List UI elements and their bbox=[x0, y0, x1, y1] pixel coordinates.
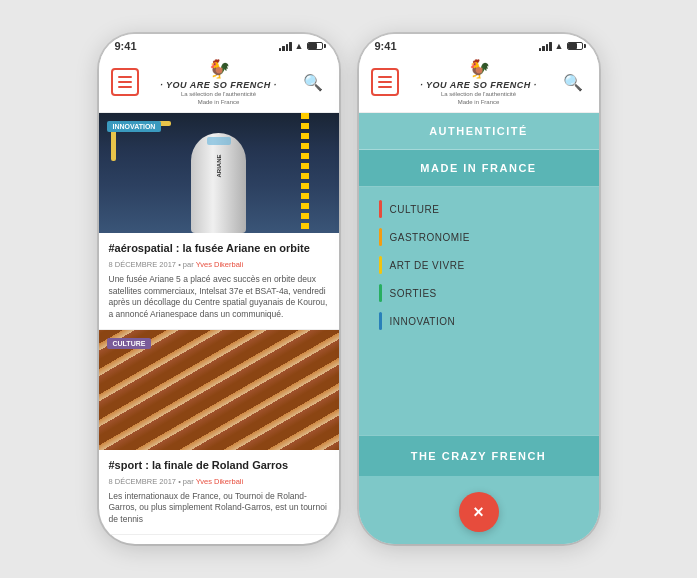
menu-item-sorties[interactable]: SORTIES bbox=[359, 279, 599, 307]
menu-item-art-de-vivre[interactable]: ART DE VIVRE bbox=[359, 251, 599, 279]
logo-subtext2-right: Made in France bbox=[458, 99, 500, 107]
dot-sorties bbox=[379, 284, 382, 302]
signal-icon-right bbox=[539, 42, 552, 51]
wifi-icon-left: ▲ bbox=[295, 41, 304, 51]
gastronomie-label: GASTRONOMIE bbox=[390, 232, 471, 243]
menu-line-2 bbox=[118, 81, 132, 83]
article-date-1: 8 DÉCEMBRE 2017 bbox=[109, 477, 177, 486]
logo-right: 🐓 · YOU ARE SO FRENCH · La sélection de … bbox=[399, 58, 559, 106]
phone-left: 9:41 ▲ 🐓 bbox=[99, 34, 339, 544]
search-icon-left: 🔍 bbox=[303, 73, 323, 92]
battery-fill-left bbox=[308, 43, 318, 49]
article-by-1: • par bbox=[178, 477, 196, 486]
phone-right: 9:41 ▲ 🐓 bbox=[359, 34, 599, 544]
menu-items-list: CULTURE GASTRONOMIE ART DE VIVRE SORTIES… bbox=[359, 187, 599, 339]
article-meta-1: 8 DÉCEMBRE 2017 • par Yves Dikerbali bbox=[109, 477, 329, 486]
close-icon: × bbox=[473, 503, 484, 521]
menu-line-1 bbox=[118, 76, 132, 78]
signal-icon-left bbox=[279, 42, 292, 51]
menu-section-made-in-france[interactable]: MADE IN FRANCE bbox=[359, 150, 599, 187]
menu-line-r1 bbox=[378, 76, 392, 78]
menu-line-r2 bbox=[378, 81, 392, 83]
article-body-1: #sport : la finale de Roland Garros 8 DÉ… bbox=[99, 450, 339, 534]
article-author-1: Yves Dikerbali bbox=[196, 477, 244, 486]
logo-text-left: · YOU ARE SO FRENCH · bbox=[160, 80, 277, 91]
dot-art-de-vivre bbox=[379, 256, 382, 274]
logo-subtext-left: La sélection de l'authenticité bbox=[181, 91, 256, 99]
wifi-icon-right: ▲ bbox=[555, 41, 564, 51]
sig-bar-r3 bbox=[546, 44, 549, 51]
article-date-0: 8 DÉCEMBRE 2017 bbox=[109, 260, 177, 269]
menu-button-right[interactable] bbox=[371, 68, 399, 96]
status-bar-right: 9:41 ▲ bbox=[359, 34, 599, 54]
screen-container: 9:41 ▲ 🐓 bbox=[0, 0, 697, 578]
crazy-french-label: THE CRAZY FRENCH bbox=[411, 450, 547, 462]
menu-section-crazy-french[interactable]: THE CRAZY FRENCH bbox=[359, 435, 599, 476]
sig-bar-r2 bbox=[542, 46, 545, 51]
search-button-left[interactable]: 🔍 bbox=[299, 68, 327, 96]
art-de-vivre-label: ART DE VIVRE bbox=[390, 260, 465, 271]
close-button[interactable]: × bbox=[459, 492, 499, 532]
dot-gastronomie bbox=[379, 228, 382, 246]
menu-line-r3 bbox=[378, 86, 392, 88]
menu-line-3 bbox=[118, 86, 132, 88]
article-badge-0: INNOVATION bbox=[107, 121, 162, 132]
article-body-0: #aérospatial : la fusée Ariane en orbite… bbox=[99, 233, 339, 329]
sig-bar-r1 bbox=[539, 48, 542, 51]
made-in-france-label: MADE IN FRANCE bbox=[420, 162, 536, 174]
article-by-0: • par bbox=[178, 260, 196, 269]
rocket-logo: ARIANE bbox=[216, 144, 222, 189]
article-image-1: CULTURE bbox=[99, 330, 339, 450]
time-right: 9:41 bbox=[375, 40, 397, 52]
article-card-0[interactable]: ARIANE INNOVATION #aérospatial : la fusé… bbox=[99, 113, 339, 330]
article-image-0: ARIANE INNOVATION bbox=[99, 113, 339, 233]
logo-text-right: · YOU ARE SO FRENCH · bbox=[420, 80, 537, 91]
phone-content-left[interactable]: ARIANE INNOVATION #aérospatial : la fusé… bbox=[99, 113, 339, 544]
rooster-icon-right: 🐓 bbox=[468, 58, 490, 80]
article-badge-1: CULTURE bbox=[107, 338, 152, 349]
battery-icon-left bbox=[307, 42, 323, 50]
sig-bar-3 bbox=[286, 44, 289, 51]
sig-bar-2 bbox=[282, 46, 285, 51]
menu-item-innovation[interactable]: INNOVATION bbox=[359, 307, 599, 335]
culture-label: CULTURE bbox=[390, 204, 440, 215]
status-icons-left: ▲ bbox=[279, 41, 323, 51]
time-left: 9:41 bbox=[115, 40, 137, 52]
article-excerpt-0: Une fusée Ariane 5 a placé avec succès e… bbox=[109, 274, 329, 322]
app-header-right: 🐓 · YOU ARE SO FRENCH · La sélection de … bbox=[359, 54, 599, 113]
support-tower bbox=[301, 113, 309, 233]
sig-bar-4 bbox=[289, 42, 292, 51]
rooster-icon-left: 🐓 bbox=[208, 58, 230, 80]
authenticite-label: AUTHENTICITÉ bbox=[429, 125, 528, 137]
status-bar-left: 9:41 ▲ bbox=[99, 34, 339, 54]
logo-subtext-right: La sélection de l'authenticité bbox=[441, 91, 516, 99]
article-author-0: Yves Dikerbali bbox=[196, 260, 244, 269]
menu-content: AUTHENTICITÉ MADE IN FRANCE CULTURE GAST… bbox=[359, 113, 599, 544]
rocket-body: ARIANE bbox=[191, 133, 246, 233]
article-meta-0: 8 DÉCEMBRE 2017 • par Yves Dikerbali bbox=[109, 260, 329, 269]
sorties-label: SORTIES bbox=[390, 288, 437, 299]
sig-bar-r4 bbox=[549, 42, 552, 51]
menu-item-culture[interactable]: CULTURE bbox=[359, 195, 599, 223]
article-title-1: #sport : la finale de Roland Garros bbox=[109, 458, 329, 472]
dot-innovation bbox=[379, 312, 382, 330]
article-title-0: #aérospatial : la fusée Ariane en orbite bbox=[109, 241, 329, 255]
menu-section-authenticite[interactable]: AUTHENTICITÉ bbox=[359, 113, 599, 150]
battery-icon-right bbox=[567, 42, 583, 50]
status-icons-right: ▲ bbox=[539, 41, 583, 51]
dot-culture bbox=[379, 200, 382, 218]
innovation-label: INNOVATION bbox=[390, 316, 456, 327]
search-button-right[interactable]: 🔍 bbox=[559, 68, 587, 96]
search-icon-right: 🔍 bbox=[563, 73, 583, 92]
sig-bar-1 bbox=[279, 48, 282, 51]
logo-subtext2-left: Made in France bbox=[198, 99, 240, 107]
menu-button-left[interactable] bbox=[111, 68, 139, 96]
battery-fill-right bbox=[568, 43, 578, 49]
app-header-left: 🐓 · YOU ARE SO FRENCH · La sélection de … bbox=[99, 54, 339, 113]
close-btn-area: × bbox=[359, 476, 599, 544]
article-excerpt-1: Les internationaux de France, ou Tournoi… bbox=[109, 491, 329, 527]
logo-left: 🐓 · YOU ARE SO FRENCH · La sélection de … bbox=[139, 58, 299, 106]
menu-item-gastronomie[interactable]: GASTRONOMIE bbox=[359, 223, 599, 251]
article-card-1[interactable]: CULTURE #sport : la finale de Roland Gar… bbox=[99, 330, 339, 535]
